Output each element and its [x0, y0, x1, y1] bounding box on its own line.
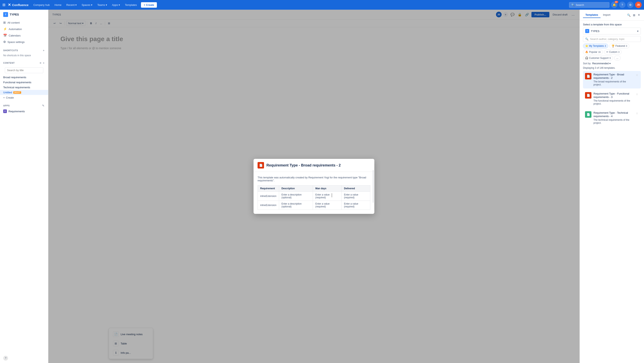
content-section: Content ≡ +: [0, 59, 48, 66]
nav-logo[interactable]: ✕ Confluence: [8, 3, 28, 7]
top-nav: ⊞ ✕ Confluence Company hub Home Recent ▾…: [0, 0, 644, 10]
app-label: Requirements: [8, 110, 25, 113]
grid-icon: ⊞: [3, 21, 6, 24]
nav-home[interactable]: Home: [53, 3, 63, 7]
template-star-button[interactable]: ☆: [635, 73, 639, 77]
shortcuts-label: Shortcuts: [3, 49, 18, 52]
create-page-button[interactable]: + Create: [0, 95, 48, 100]
template-modal-overlay: 📄 Requirement Type - Broad requirements …: [48, 10, 580, 363]
user-avatar[interactable]: JB: [635, 2, 642, 8]
nav-recent[interactable]: Recent ▾: [65, 3, 78, 7]
col-description: Description: [279, 185, 313, 192]
template-star-button[interactable]: ☆: [635, 111, 639, 115]
template-preview-header: 📄 Requirement Type - Broad requirements …: [254, 159, 374, 172]
page-item-untitled-draft[interactable]: Untitled DRAFT: [0, 90, 48, 95]
templates-filters: ⭐ My Templates 3 🏆 Featured 3 🔥 Popular …: [583, 44, 641, 61]
sidebar: T TYPES ⊞ All content ⚡ Automation 📅 Cal…: [0, 10, 48, 363]
tab-import[interactable]: Import: [600, 12, 613, 18]
template-preview-icon: 📄: [258, 162, 264, 169]
fire-icon: 🔥: [585, 51, 588, 54]
template-preview-body: This template was automatically created …: [254, 172, 374, 214]
create-label: Create: [6, 96, 14, 99]
space-selector[interactable]: T TYPES ▾: [583, 28, 641, 35]
headset-icon: 🎧: [585, 57, 588, 60]
filter-custom[interactable]: ✏ Custom 3: [604, 50, 622, 55]
nav-teams[interactable]: Teams ▾: [96, 3, 109, 7]
sidebar-item-all-content[interactable]: ⊞ All content: [0, 19, 48, 26]
notification-badge: 9+: [614, 1, 618, 3]
sort-select[interactable]: Recommended ▾: [592, 62, 610, 65]
filter-count: 3: [605, 45, 606, 47]
templates-search-box[interactable]: 🔍 Search author, category, topic: [583, 36, 641, 42]
template-card-broad[interactable]: 📄 Requirement Type - Broad requirements …: [583, 71, 641, 89]
sidebar-item-automation[interactable]: ⚡ Automation: [0, 26, 48, 32]
filter-more[interactable]: ...: [614, 56, 621, 61]
add-content-button[interactable]: +: [42, 61, 45, 65]
search-box[interactable]: 🔍 Search: [569, 2, 609, 8]
template-card-functional[interactable]: 📄 Requirement Type - Functional requirem…: [583, 90, 641, 108]
template-card-technical[interactable]: 📄 Requirement Type - Technical requireme…: [583, 109, 641, 127]
cell-delivered-2: Enter a value (required): [342, 201, 370, 210]
search-icon: 🔍: [585, 38, 588, 41]
pencil-icon: ✏: [606, 51, 608, 54]
sidebar-item-space-settings[interactable]: ⚙ Space settings: [0, 39, 48, 45]
settings-button[interactable]: ⚙: [627, 2, 634, 8]
nav-apps[interactable]: Apps ▾: [110, 3, 122, 7]
content-search-input[interactable]: [5, 67, 43, 73]
filter-featured[interactable]: 🏆 Featured 3: [609, 44, 629, 48]
template-card-desc: The broad requirements of the project.: [594, 80, 633, 87]
cell-description-1: Enter a description (optional): [279, 192, 313, 201]
panel-search-button[interactable]: 🔍: [626, 13, 631, 18]
template-star-button[interactable]: ☆: [635, 92, 639, 96]
app-item-requirements[interactable]: R Requirements: [0, 108, 48, 114]
space-icon: T: [3, 12, 8, 17]
sidebar-item-calendars[interactable]: 📅 Calendars: [0, 32, 48, 39]
scroll-indicator: [373, 170, 374, 203]
template-card-desc: The technical requirements of the projec…: [594, 119, 633, 125]
content-actions: ≡ +: [39, 61, 45, 65]
trophy-icon: 🏆: [612, 45, 614, 47]
filter-my-templates[interactable]: ⭐ My Templates 3: [583, 44, 608, 48]
main-layout: T TYPES ⊞ All content ⚡ Automation 📅 Cal…: [0, 10, 644, 363]
tab-templates[interactable]: Templates: [583, 12, 600, 18]
filter-popular[interactable]: 🔥 Popular 16: [583, 50, 603, 55]
table-row: inlineExtension Enter a description (opt…: [258, 201, 370, 210]
help-icon[interactable]: ?: [3, 356, 8, 360]
editor-area: TYPES JB + 💬 🔒 🔗 Publish... Discard draf…: [48, 10, 580, 363]
space-name: TYPES: [10, 13, 19, 16]
notification-button[interactable]: 🔔 9+: [611, 2, 618, 8]
filter-count: 3: [618, 51, 620, 53]
filter-count: 3: [626, 45, 627, 47]
search-placeholder: Search author, category, topic: [590, 38, 625, 41]
create-button[interactable]: + Create: [141, 2, 157, 8]
sidebar-help: ?: [0, 353, 48, 363]
template-card-info: Requirement Type - Technical requirement…: [594, 111, 633, 125]
edit-apps-button[interactable]: ✎: [42, 104, 45, 108]
help-button[interactable]: ?: [619, 2, 626, 8]
nav-spaces[interactable]: Spaces ▾: [80, 3, 94, 7]
panel-grid-button[interactable]: ⊞: [632, 13, 636, 18]
template-card-info: Requirement Type - Broad requirements - …: [594, 73, 633, 87]
sort-label: Sort by: [583, 62, 591, 65]
page-item-broad-requirements[interactable]: Broad requirements: [0, 75, 48, 80]
grid-icon[interactable]: ⊞: [2, 3, 6, 7]
lightning-icon: ⚡: [3, 27, 7, 31]
shortcuts-empty: No shortcuts in this space: [0, 53, 48, 58]
page-item-functional-requirements[interactable]: Functional requirements: [0, 80, 48, 85]
filter-customer-support[interactable]: 🎧 Customer Support 9: [583, 56, 613, 61]
space-selector-icon: T: [585, 29, 589, 33]
filter-label: Featured: [616, 45, 625, 47]
nav-templates[interactable]: Templates: [123, 3, 138, 7]
templates-sort-row: Sort by Recommended ▾: [583, 62, 641, 65]
page-label: Technical requirements: [3, 86, 30, 89]
search-placeholder: Search: [576, 4, 584, 7]
logo-text: Confluence: [12, 3, 28, 7]
page-item-technical-requirements[interactable]: Technical requirements: [0, 85, 48, 90]
add-shortcut-button[interactable]: +: [42, 48, 45, 52]
template-card-name: Requirement Type - Broad requirements - …: [594, 73, 633, 80]
filter-content-button[interactable]: ≡: [39, 61, 42, 65]
filter-label: Custom: [609, 51, 618, 54]
nav-company-hub[interactable]: Company hub: [32, 3, 51, 7]
space-selector-name: TYPES: [591, 30, 600, 33]
panel-close-button[interactable]: ×: [637, 12, 641, 18]
